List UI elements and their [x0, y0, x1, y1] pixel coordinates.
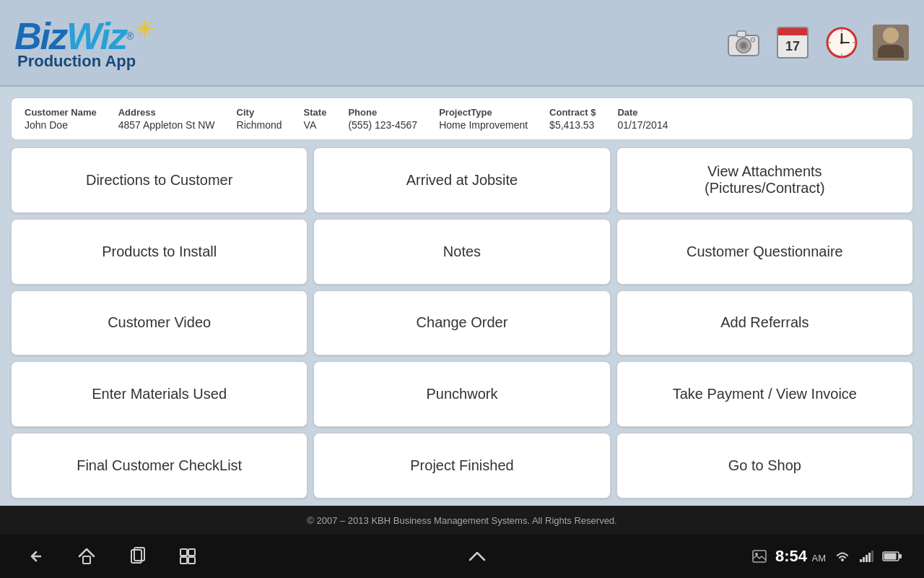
action-btn-attachments[interactable]: View Attachments (Pictures/Contract): [616, 147, 913, 213]
avatar-head: [883, 27, 899, 43]
signal-icon: [859, 550, 873, 563]
nav-up-button[interactable]: [463, 542, 492, 571]
clock-button[interactable]: [823, 24, 860, 61]
svg-rect-25: [863, 557, 865, 562]
status-time: 8:54 AM: [775, 547, 826, 566]
field-value: Richmond: [237, 119, 282, 131]
action-btn-payment[interactable]: Take Payment / View Invoice: [616, 361, 913, 427]
copyright-text: © 2007 – 2013 KBH Business Management Sy…: [307, 515, 616, 526]
customer-field-address: Address 4857 Appleton St NW: [118, 107, 215, 131]
customer-field-city: City Richmond: [237, 107, 282, 131]
customer-field-projecttype: ProjectType Home Improvement: [439, 107, 528, 131]
android-nav-bar: 8:54 AM: [0, 535, 924, 578]
action-btn-arrived[interactable]: Arrived at Jobsite: [313, 147, 610, 213]
field-value: (555) 123-4567: [348, 119, 417, 131]
field-value: $5,413.53: [549, 119, 596, 131]
back-button[interactable]: [22, 542, 51, 571]
customer-info-bar: Customer Name John DoeAddress 4857 Apple…: [11, 98, 913, 140]
grid-icon: [178, 546, 198, 566]
calendar-button[interactable]: 17: [774, 24, 811, 61]
nav-right-group: 8:54 AM: [752, 547, 902, 566]
home-icon: [77, 546, 97, 566]
action-btn-checklist[interactable]: Final Customer CheckList: [11, 433, 308, 499]
nav-center-group: [463, 542, 492, 571]
logo-subtitle: Production App: [17, 52, 154, 71]
wifi-icon: [834, 550, 850, 563]
field-value: 01/17/2014: [617, 119, 668, 131]
action-btn-video[interactable]: Customer Video: [11, 290, 308, 356]
svg-point-3: [741, 43, 746, 48]
logo-text: Biz Wiz ® ✳: [14, 14, 154, 58]
avatar-button[interactable]: [872, 24, 910, 61]
svg-rect-24: [860, 559, 862, 562]
customer-field-date: Date 01/17/2014: [617, 107, 668, 131]
recents-icon: [127, 546, 147, 566]
user-avatar: [873, 25, 909, 61]
home-button[interactable]: [72, 542, 101, 571]
back-icon: [26, 546, 46, 566]
action-btn-products[interactable]: Products to Install: [11, 219, 308, 285]
svg-rect-14: [83, 556, 90, 564]
svg-rect-20: [188, 557, 195, 564]
recents-button[interactable]: [123, 542, 152, 571]
field-value: 4857 Appleton St NW: [118, 119, 215, 131]
field-value: VA: [304, 119, 327, 131]
action-button-grid: Directions to CustomerArrived at Jobsite…: [11, 147, 913, 499]
svg-rect-17: [180, 549, 187, 556]
svg-rect-4: [737, 31, 746, 37]
svg-rect-30: [884, 553, 897, 560]
grid-button[interactable]: [173, 542, 202, 571]
field-label: Date: [617, 107, 668, 118]
svg-rect-27: [868, 553, 871, 562]
nav-left-group: [22, 542, 202, 571]
calendar-icon: 17: [777, 27, 808, 59]
svg-rect-18: [188, 549, 195, 556]
svg-rect-31: [899, 554, 902, 558]
main-content: Customer Name John DoeAddress 4857 Apple…: [0, 87, 924, 506]
time-display: 8:54: [775, 547, 807, 565]
logo-biz: Biz: [14, 14, 66, 58]
customer-field-state: State VA: [304, 107, 327, 131]
header-icons: 17: [725, 24, 910, 61]
app-header: Biz Wiz ® ✳ Production App 17: [0, 0, 924, 87]
copyright-footer: © 2007 – 2013 KBH Business Management Sy…: [0, 506, 924, 535]
field-value: Home Improvement: [439, 119, 528, 131]
svg-point-5: [751, 38, 755, 42]
action-btn-questionnaire[interactable]: Customer Questionnaire: [616, 219, 913, 285]
field-label: ProjectType: [439, 107, 528, 118]
image-icon: [752, 550, 767, 563]
camera-button[interactable]: [725, 24, 762, 61]
battery-icon: [882, 551, 902, 562]
svg-point-23: [841, 558, 844, 561]
clock-icon: [826, 27, 858, 59]
action-btn-punchwork[interactable]: Punchwork: [313, 361, 610, 427]
action-btn-referrals[interactable]: Add Referrals: [616, 290, 913, 356]
up-icon: [467, 550, 487, 563]
avatar-figure: [878, 27, 904, 58]
action-btn-notes[interactable]: Notes: [313, 219, 610, 285]
logo-wiz: Wiz: [66, 14, 126, 58]
field-value: John Doe: [25, 119, 97, 131]
logo-registered: ®: [126, 30, 134, 42]
camera-icon: [727, 28, 760, 57]
svg-rect-19: [180, 557, 187, 564]
field-label: State: [304, 107, 327, 118]
customer-field-contract--: Contract $ $5,413.53: [549, 107, 596, 131]
action-btn-directions[interactable]: Directions to Customer: [11, 147, 308, 213]
customer-field-phone: Phone (555) 123-4567: [348, 107, 417, 131]
field-label: Address: [118, 107, 215, 118]
action-btn-materials[interactable]: Enter Materials Used: [11, 361, 308, 427]
action-btn-shop[interactable]: Go to Shop: [616, 433, 913, 499]
svg-rect-28: [871, 551, 873, 562]
svg-rect-26: [866, 555, 868, 562]
field-label: Customer Name: [25, 107, 97, 118]
field-label: Phone: [348, 107, 417, 118]
action-btn-change-order[interactable]: Change Order: [313, 290, 610, 356]
field-label: City: [237, 107, 282, 118]
logo-star-icon: ✳: [135, 15, 154, 43]
action-btn-finished[interactable]: Project Finished: [313, 433, 610, 499]
ampm-display: AM: [812, 553, 827, 564]
field-label: Contract $: [549, 107, 596, 118]
customer-field-customer-name: Customer Name John Doe: [25, 107, 97, 131]
avatar-body: [878, 45, 904, 58]
